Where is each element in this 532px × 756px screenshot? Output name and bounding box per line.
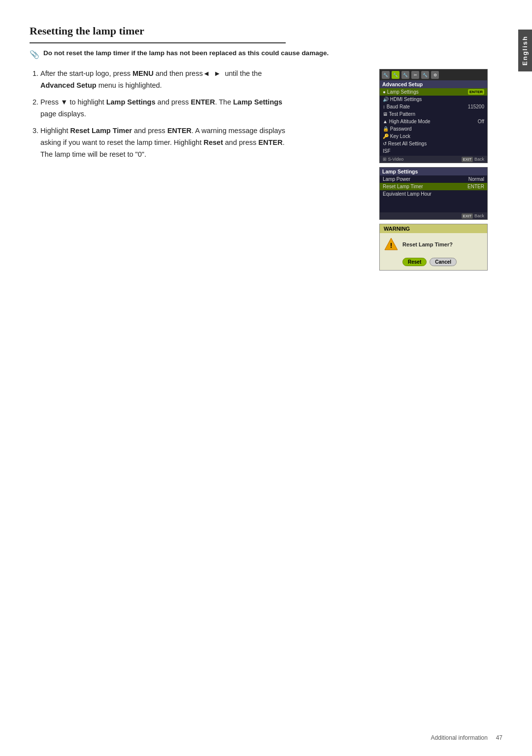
svg-text:!: ! [390,241,393,249]
adv-row-lamp: ● Lamp Settings ENTER [380,88,487,96]
adv-row-baud: ↕ Baud Rate 115200 [380,103,487,110]
lamp-row-power: Lamp Power Normal [380,175,487,183]
cancel-button[interactable]: Cancel [430,258,457,266]
adv-row-keylock-label: 🔑 Key Lock [383,134,410,139]
ui-screenshots: 🔧 🔧 🔧 ✂ 🔧 ⚙ Advanced Setup ● Lamp Settin… [379,69,488,271]
warning-triangle-icon: ! [384,237,399,252]
lamp-row-reset: Reset Lamp Timer ENTER [380,183,487,190]
adv-panel-title: Advanced Setup [380,80,487,88]
reset-button[interactable]: Reset [402,258,427,266]
adv-row-password: 🔒 Password [380,125,487,133]
adv-row-lamp-label: ● Lamp Settings [383,89,419,95]
page-footer: Additional information 47 [431,734,502,741]
lamp-exit-badge: EXIT [462,213,473,219]
step-1: After the start-up logo, press MENU and … [40,68,296,92]
adv-row-hdmi-label: 🔊 HDMI Settings [383,97,422,102]
lamp-row-reset-label: Reset Lamp Timer [383,184,423,189]
icon-1: 🔧 [382,71,390,79]
page-title: Resetting the lamp timer [30,25,502,37]
icon-2: 🔧 [392,71,399,79]
steps-list: After the start-up logo, press MENU and … [30,68,296,160]
lamp-row-equiv-label: Equivalent Lamp Hour [383,191,432,197]
step-3: Highlight Reset Lamp Timer and press ENT… [40,125,296,161]
icon-3: 🔧 [401,71,409,79]
lamp-bottom-right: EXIT Back [462,213,484,218]
english-tab: English [518,30,532,71]
adv-row-test-label: 🖥 Test Pattern [383,111,415,117]
adv-row-reset-all: ↺ Reset All Settings [380,140,487,147]
warning-note-text: Do not reset the lamp timer if the lamp … [43,49,329,57]
adv-row-isf-label: ISF [383,148,391,154]
lamp-enter-badge: ENTER [467,184,484,189]
exit-badge: EXIT [462,157,473,162]
footer-text: Additional information [431,734,488,741]
icon-6: ⚙ [431,71,439,79]
toolbar-icons: 🔧 🔧 🔧 ✂ 🔧 ⚙ [380,69,487,80]
adv-row-baud-label: ↕ Baud Rate [383,104,410,109]
lamp-settings-panel: Lamp Settings Lamp Power Normal Reset La… [379,167,488,220]
adv-row-isf: ISF [380,147,487,155]
lamp-enter-badge: ENTER [468,89,484,95]
main-content: Resetting the lamp timer 📎 Do not reset … [30,25,502,165]
adv-bottom-left: ⊞ S-Video [383,157,403,162]
lamp-row-power-value: Normal [468,176,484,182]
warning-dialog-buttons: Reset Cancel [380,256,487,270]
lamp-row-equiv: Equivalent Lamp Hour [380,190,487,198]
adv-row-keylock: 🔑 Key Lock [380,133,487,140]
icon-4: ✂ [411,71,419,79]
lamp-panel-bottom: EXIT Back [380,212,487,219]
adv-panel-bottom: ⊞ S-Video EXIT Back [380,156,487,163]
adv-row-altitude: ▲ High Altitude Mode Off [380,118,487,125]
lamp-panel-spacer [380,198,487,212]
adv-row-altitude-label: ▲ High Altitude Mode [383,119,431,124]
title-divider [30,42,286,43]
adv-row-baud-value: 115200 [468,104,484,109]
adv-row-password-label: 🔒 Password [383,126,412,132]
step-2: Press ▼ to highlight Lamp Settings and p… [40,97,296,120]
page-number: 47 [496,734,502,741]
adv-row-altitude-value: Off [478,119,484,124]
warning-dialog-title: WARNING [380,224,487,233]
warning-note: 📎 Do not reset the lamp timer if the lam… [30,49,502,59]
lamp-row-power-label: Lamp Power [383,176,410,182]
warning-dialog: WARNING ! Reset Lamp Timer? Reset Cancel [379,224,488,271]
note-icon: 📎 [30,50,39,59]
instructions: After the start-up logo, press MENU and … [30,68,296,160]
advanced-setup-panel: 🔧 🔧 🔧 ✂ 🔧 ⚙ Advanced Setup ● Lamp Settin… [379,69,488,163]
adv-row-reset-all-label: ↺ Reset All Settings [383,141,427,146]
warning-dialog-message: Reset Lamp Timer? [402,241,453,247]
adv-row-test: 🖥 Test Pattern [380,110,487,118]
icon-5: 🔧 [421,71,429,79]
warning-dialog-body: ! Reset Lamp Timer? [380,233,487,256]
adv-bottom-right: EXIT Back [462,157,484,162]
lamp-panel-title: Lamp Settings [380,168,487,175]
adv-row-hdmi: 🔊 HDMI Settings [380,96,487,103]
